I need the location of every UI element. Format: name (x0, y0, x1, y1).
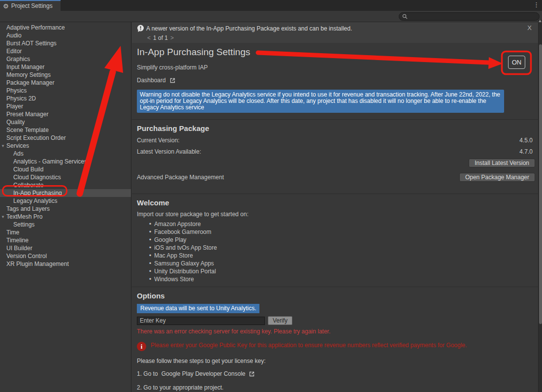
store-name: Amazon Appstore (154, 221, 201, 228)
google-key-input[interactable] (137, 317, 265, 325)
sidebar-item-tags-and-layers[interactable]: Tags and Layers (0, 205, 131, 213)
sidebar-item-scene-template[interactable]: Scene Template (0, 126, 131, 134)
store-name: Google Play (154, 236, 186, 243)
sidebar-item-package-manager[interactable]: Package Manager (0, 79, 131, 87)
bullet-icon: • (149, 268, 151, 275)
sidebar-item-label: Ads (13, 150, 24, 157)
sidebar-item-label: In-App Purchasing (13, 190, 62, 196)
window-menu-icon[interactable]: ⋮ (533, 1, 540, 8)
sidebar-item-label: XR Plugin Management (6, 261, 69, 267)
sidebar-item-input-manager[interactable]: Input Manager (0, 63, 131, 71)
tab-project-settings[interactable]: ⚙ Project Settings (0, 0, 61, 11)
scrollbar-thumb[interactable] (539, 44, 542, 324)
section-divider (132, 287, 538, 287)
pager-prev-icon[interactable]: < (147, 34, 151, 41)
search-input[interactable] (410, 13, 536, 20)
revenue-note-badge: Revenue data will be sent to Unity Analy… (137, 304, 259, 313)
sidebar-item-in-app-purchasing[interactable]: In-App Purchasing (0, 189, 131, 197)
chevron-expanded-icon[interactable]: ▼ (1, 142, 5, 150)
sidebar-item-label: Script Execution Order (6, 134, 66, 141)
pager-next-icon[interactable]: > (170, 34, 174, 41)
install-latest-version-button[interactable]: Install Latest Version (469, 159, 535, 167)
legacy-analytics-warning: Warning do not disable the Legacy Analyt… (137, 90, 504, 113)
sidebar-item-label: Settings (13, 221, 34, 228)
sidebar-item-script-execution-order[interactable]: Script Execution Order (0, 134, 131, 142)
sidebar-item-label: Time (6, 229, 19, 236)
page-subtitle: Simplify cross-platform IAP (137, 64, 538, 71)
sidebar-item-cloud-diagnostics[interactable]: Cloud Diagnostics (0, 173, 131, 181)
store-name: Unity Distribution Portal (154, 268, 216, 275)
sidebar-item-analytics-gaming-services[interactable]: Analytics - Gaming Services (0, 158, 131, 165)
iap-on-toggle[interactable]: ON (508, 56, 525, 69)
sidebar-list: Adaptive PerformanceAudioBurst AOT Setti… (0, 24, 131, 268)
sidebar-item-xr-plugin-management[interactable]: XR Plugin Management (0, 260, 131, 268)
sidebar-item-legacy-analytics[interactable]: Legacy Analytics (0, 197, 131, 205)
sidebar-item-audio[interactable]: Audio (0, 32, 131, 39)
options-heading: Options (137, 292, 538, 300)
sidebar-item-timeline[interactable]: Timeline (0, 236, 131, 244)
step-1-prefix: 1. Go to (137, 370, 158, 377)
sidebar-item-physics-2d[interactable]: Physics 2D (0, 95, 131, 102)
store-list-item-facebook-gameroom: •Facebook Gameroom (149, 228, 538, 236)
search-box[interactable] (399, 12, 540, 21)
sidebar-item-label: Input Manager (6, 64, 44, 70)
store-list-item-windows-store: •Windows Store (149, 275, 538, 283)
chevron-expanded-icon[interactable]: ▼ (1, 213, 5, 221)
sidebar-item-services[interactable]: ▼Services (0, 142, 131, 150)
bullet-icon: • (149, 276, 151, 283)
bullet-icon: • (149, 244, 151, 251)
store-name: Windows Store (154, 276, 194, 283)
sidebar-item-time[interactable]: Time (0, 229, 131, 236)
vertical-scrollbar[interactable] (538, 20, 542, 392)
sidebar-item-adaptive-performance[interactable]: Adaptive Performance (0, 24, 131, 32)
steps-intro: Please follow these steps to get your li… (137, 358, 538, 364)
sidebar-item-cloud-build[interactable]: Cloud Build (0, 165, 131, 173)
tab-bar: ⚙ Project Settings ⋮ (0, 0, 542, 11)
tab-title: Project Settings (11, 2, 53, 9)
error-info-icon: i (137, 342, 146, 351)
sidebar-item-preset-manager[interactable]: Preset Manager (0, 110, 131, 118)
sidebar-item-player[interactable]: Player (0, 102, 131, 110)
page-title: In-App Purchasing Settings (137, 47, 538, 58)
sidebar-item-version-control[interactable]: Version Control (0, 252, 131, 260)
server-error-text: There was an error checking server for e… (137, 328, 538, 335)
sidebar-item-settings[interactable]: Settings (0, 221, 131, 229)
sidebar-item-label: Version Control (6, 253, 47, 260)
sidebar-item-label: Physics 2D (6, 95, 36, 102)
sidebar-item-ads[interactable]: Ads (0, 150, 131, 158)
verify-button[interactable]: Verify (268, 316, 292, 325)
sidebar-item-label: Services (6, 142, 29, 149)
sidebar-item-memory-settings[interactable]: Memory Settings (0, 71, 131, 79)
open-package-manager-button[interactable]: Open Package Manager (459, 173, 535, 182)
store-name: iOS and tvOs App Store (154, 244, 217, 251)
google-play-console-link[interactable]: Google Play Developer Console (161, 370, 246, 377)
sidebar-item-label: Adaptive Performance (6, 24, 65, 31)
sidebar-item-label: Preset Manager (6, 111, 48, 118)
welcome-heading: Welcome (137, 198, 538, 207)
purchasing-package-heading: Purchasing Package (137, 124, 538, 132)
bullet-icon: • (149, 260, 151, 267)
sidebar-item-label: TextMesh Pro (6, 213, 42, 220)
sidebar-item-graphics[interactable]: Graphics (0, 55, 131, 63)
welcome-intro: Import our store package to get started … (137, 211, 538, 218)
main-panel: A newer version of the In-App Purchasing… (132, 22, 538, 392)
scroll-up-icon[interactable] (539, 20, 542, 22)
sidebar-item-collaborate[interactable]: Collaborate (0, 181, 131, 189)
sidebar-item-quality[interactable]: Quality (0, 118, 131, 126)
gear-icon: ⚙ (3, 3, 9, 9)
sidebar-item-label: Player (6, 103, 23, 110)
sidebar-item-textmesh-pro[interactable]: ▼TextMesh Pro (0, 213, 131, 221)
google-key-error-text: Please enter your Google Public Key for … (151, 342, 467, 349)
sidebar-item-editor[interactable]: Editor (0, 47, 131, 55)
sidebar-item-physics[interactable]: Physics (0, 87, 131, 95)
sidebar-item-label: Collaborate (13, 182, 43, 189)
close-icon[interactable]: X (527, 24, 532, 32)
sidebar-item-label: UI Builder (6, 245, 32, 252)
sidebar-item-burst-aot-settings[interactable]: Burst AOT Settings (0, 39, 131, 47)
banner-pager: < 1 of 1 > (147, 34, 174, 41)
sidebar-item-label: Audio (6, 32, 22, 39)
sidebar-item-ui-builder[interactable]: UI Builder (0, 244, 131, 252)
dashboard-link[interactable]: Dashboard (137, 77, 538, 84)
step-2-text: 2. Go to your appropriate project. (137, 384, 538, 391)
section-divider (132, 194, 538, 194)
